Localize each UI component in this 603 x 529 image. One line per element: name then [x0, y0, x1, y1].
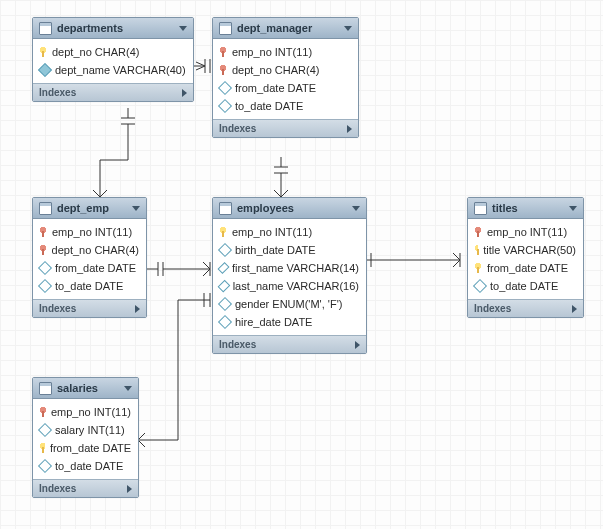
key-icon — [40, 245, 47, 255]
column-row[interactable]: emp_no INT(11) — [213, 43, 358, 61]
chevron-right-icon[interactable] — [182, 89, 187, 97]
diamond-icon — [38, 459, 52, 473]
table-dept_manager[interactable]: dept_manageremp_no INT(11)dept_no CHAR(4… — [212, 17, 359, 138]
chevron-down-icon[interactable] — [352, 206, 360, 211]
indexes-section[interactable]: Indexes — [33, 83, 193, 101]
column-row[interactable]: to_date DATE — [468, 277, 583, 295]
table-name: dept_emp — [57, 202, 109, 214]
indexes-label: Indexes — [219, 123, 256, 134]
column-row[interactable]: dept_no CHAR(4) — [213, 61, 358, 79]
indexes-section[interactable]: Indexes — [33, 479, 138, 497]
chevron-right-icon[interactable] — [135, 305, 140, 313]
key-icon — [220, 227, 227, 237]
column-label: emp_no INT(11) — [487, 226, 567, 238]
indexes-label: Indexes — [219, 339, 256, 350]
columns-list: dept_no CHAR(4)dept_name VARCHAR(40) — [33, 39, 193, 83]
diamond-icon — [38, 261, 52, 275]
chevron-right-icon[interactable] — [355, 341, 360, 349]
table-name: titles — [492, 202, 518, 214]
diamond-icon — [218, 280, 230, 292]
column-row[interactable]: dept_no CHAR(4) — [33, 241, 146, 259]
table-icon — [474, 202, 487, 215]
key-icon — [40, 407, 46, 417]
table-dept_emp[interactable]: dept_empemp_no INT(11)dept_no CHAR(4)fro… — [32, 197, 147, 318]
column-label: from_date DATE — [55, 262, 136, 274]
column-label: dept_no CHAR(4) — [52, 46, 139, 58]
indexes-section[interactable]: Indexes — [213, 335, 366, 353]
table-name: salaries — [57, 382, 98, 394]
indexes-section[interactable]: Indexes — [213, 119, 358, 137]
diamond-icon — [473, 279, 487, 293]
column-label: dept_name VARCHAR(40) — [55, 64, 186, 76]
table-name: departments — [57, 22, 123, 34]
indexes-section[interactable]: Indexes — [33, 299, 146, 317]
column-row[interactable]: emp_no INT(11) — [33, 223, 146, 241]
table-icon — [219, 22, 232, 35]
column-row[interactable]: to_date DATE — [33, 277, 146, 295]
table-employees[interactable]: employeesemp_no INT(11)birth_date DATEfi… — [212, 197, 367, 354]
column-label: first_name VARCHAR(14) — [232, 262, 359, 274]
table-name: employees — [237, 202, 294, 214]
chevron-down-icon[interactable] — [132, 206, 140, 211]
table-header[interactable]: departments — [33, 18, 193, 39]
table-header[interactable]: employees — [213, 198, 366, 219]
diamond-icon — [218, 315, 232, 329]
table-name: dept_manager — [237, 22, 312, 34]
chevron-down-icon[interactable] — [124, 386, 132, 391]
column-row[interactable]: dept_no CHAR(4) — [33, 43, 193, 61]
key-icon — [220, 47, 227, 57]
table-header[interactable]: salaries — [33, 378, 138, 399]
diamond-icon — [38, 279, 52, 293]
column-row[interactable]: gender ENUM('M', 'F') — [213, 295, 366, 313]
chevron-down-icon[interactable] — [569, 206, 577, 211]
column-row[interactable]: to_date DATE — [33, 457, 138, 475]
column-label: gender ENUM('M', 'F') — [235, 298, 342, 310]
column-row[interactable]: title VARCHAR(50) — [468, 241, 583, 259]
chevron-down-icon[interactable] — [179, 26, 187, 31]
key-icon — [475, 245, 478, 255]
columns-list: emp_no INT(11)dept_no CHAR(4)from_date D… — [33, 219, 146, 299]
column-row[interactable]: from_date DATE — [33, 259, 146, 277]
column-row[interactable]: from_date DATE — [213, 79, 358, 97]
column-row[interactable]: hire_date DATE — [213, 313, 366, 331]
column-label: to_date DATE — [55, 460, 123, 472]
chevron-right-icon[interactable] — [572, 305, 577, 313]
column-row[interactable]: dept_name VARCHAR(40) — [33, 61, 193, 79]
chevron-right-icon[interactable] — [127, 485, 132, 493]
column-row[interactable]: emp_no INT(11) — [468, 223, 583, 241]
column-row[interactable]: first_name VARCHAR(14) — [213, 259, 366, 277]
column-label: from_date DATE — [235, 82, 316, 94]
table-icon — [39, 202, 52, 215]
column-label: birth_date DATE — [235, 244, 316, 256]
column-label: last_name VARCHAR(16) — [233, 280, 359, 292]
column-label: emp_no INT(11) — [232, 46, 312, 58]
column-row[interactable]: last_name VARCHAR(16) — [213, 277, 366, 295]
key-icon — [475, 263, 482, 273]
column-label: from_date DATE — [487, 262, 568, 274]
key-icon — [475, 227, 482, 237]
table-header[interactable]: titles — [468, 198, 583, 219]
table-header[interactable]: dept_manager — [213, 18, 358, 39]
column-row[interactable]: emp_no INT(11) — [213, 223, 366, 241]
column-row[interactable]: from_date DATE — [33, 439, 138, 457]
chevron-right-icon[interactable] — [347, 125, 352, 133]
column-label: emp_no INT(11) — [52, 226, 132, 238]
indexes-section[interactable]: Indexes — [468, 299, 583, 317]
table-departments[interactable]: departmentsdept_no CHAR(4)dept_name VARC… — [32, 17, 194, 102]
table-header[interactable]: dept_emp — [33, 198, 146, 219]
column-row[interactable]: to_date DATE — [213, 97, 358, 115]
columns-list: emp_no INT(11)dept_no CHAR(4)from_date D… — [213, 39, 358, 119]
indexes-label: Indexes — [39, 303, 76, 314]
table-salaries[interactable]: salariesemp_no INT(11)salary INT(11)from… — [32, 377, 139, 498]
chevron-down-icon[interactable] — [344, 26, 352, 31]
column-row[interactable]: emp_no INT(11) — [33, 403, 138, 421]
column-row[interactable]: birth_date DATE — [213, 241, 366, 259]
erd-canvas[interactable]: { "labels": { "indexes": "Indexes" }, "t… — [0, 0, 603, 529]
indexes-label: Indexes — [474, 303, 511, 314]
column-row[interactable]: salary INT(11) — [33, 421, 138, 439]
columns-list: emp_no INT(11)birth_date DATEfirst_name … — [213, 219, 366, 335]
column-label: emp_no INT(11) — [232, 226, 312, 238]
column-row[interactable]: from_date DATE — [468, 259, 583, 277]
table-titles[interactable]: titlesemp_no INT(11)title VARCHAR(50)fro… — [467, 197, 584, 318]
columns-list: emp_no INT(11)title VARCHAR(50)from_date… — [468, 219, 583, 299]
